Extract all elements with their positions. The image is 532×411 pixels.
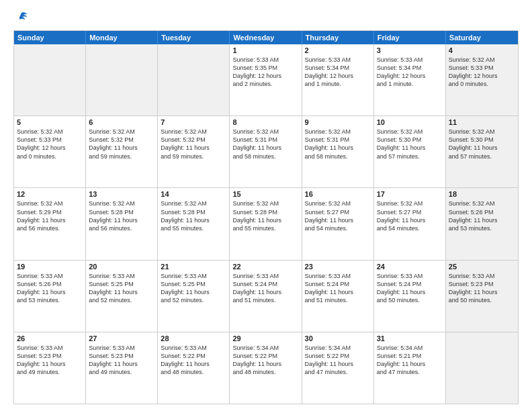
cell-text: Sunset: 5:28 PM bbox=[161, 208, 226, 216]
cell-text: Daylight: 11 hours bbox=[449, 144, 515, 152]
cell-text: and 55 minutes. bbox=[232, 224, 298, 232]
calendar-day-5: 5Sunrise: 5:32 AMSunset: 5:33 PMDaylight… bbox=[14, 116, 86, 187]
cell-text: and 47 minutes. bbox=[305, 368, 371, 376]
cell-text: Sunset: 5:26 PM bbox=[449, 208, 515, 216]
cell-text: Sunset: 5:23 PM bbox=[17, 352, 83, 360]
cell-text: and 59 minutes. bbox=[161, 152, 226, 161]
day-number: 25 bbox=[449, 263, 515, 271]
cell-text: Sunset: 5:33 PM bbox=[17, 136, 83, 144]
cell-text: Sunrise: 5:33 AM bbox=[232, 56, 298, 64]
cell-text: Daylight: 11 hours bbox=[377, 360, 443, 368]
cell-text: Sunset: 5:31 PM bbox=[305, 136, 371, 144]
cell-text: Daylight: 11 hours bbox=[305, 288, 371, 296]
cell-text: Daylight: 11 hours bbox=[377, 288, 443, 296]
cell-text: Sunrise: 5:33 AM bbox=[89, 272, 154, 280]
cell-text: Daylight: 12 hours bbox=[17, 144, 83, 152]
day-number: 21 bbox=[161, 263, 226, 271]
calendar-day-9: 9Sunrise: 5:32 AMSunset: 5:31 PMDaylight… bbox=[302, 116, 374, 187]
cell-text: Sunrise: 5:32 AM bbox=[17, 128, 83, 136]
cell-text: and 49 minutes. bbox=[17, 368, 83, 376]
logo bbox=[13, 10, 28, 24]
cell-text: and 49 minutes. bbox=[89, 368, 154, 376]
cell-text: Sunrise: 5:32 AM bbox=[161, 128, 226, 136]
cell-text: Daylight: 11 hours bbox=[449, 216, 515, 224]
calendar-empty-cell bbox=[14, 44, 86, 116]
header-day-friday: Friday bbox=[374, 31, 446, 44]
day-number: 1 bbox=[232, 46, 298, 54]
day-number: 3 bbox=[377, 46, 443, 54]
cell-text: Sunrise: 5:33 AM bbox=[89, 344, 154, 352]
day-number: 31 bbox=[377, 334, 443, 342]
day-number: 30 bbox=[305, 334, 371, 342]
calendar-day-30: 30Sunrise: 5:34 AMSunset: 5:22 PMDayligh… bbox=[302, 332, 374, 404]
cell-text: and 1 minute. bbox=[377, 80, 443, 88]
cell-text: Sunrise: 5:32 AM bbox=[305, 128, 371, 136]
cell-text: Daylight: 11 hours bbox=[17, 288, 83, 296]
cell-text: Sunrise: 5:32 AM bbox=[161, 199, 226, 208]
day-number: 4 bbox=[449, 46, 515, 54]
cell-text: and 50 minutes. bbox=[449, 296, 515, 304]
cell-text: Daylight: 11 hours bbox=[161, 360, 226, 368]
cell-text: and 57 minutes. bbox=[449, 152, 515, 161]
cell-text: Sunset: 5:30 PM bbox=[449, 136, 515, 144]
calendar-day-21: 21Sunrise: 5:33 AMSunset: 5:25 PMDayligh… bbox=[158, 261, 230, 332]
cell-text: and 52 minutes. bbox=[89, 296, 154, 304]
calendar-body: 1Sunrise: 5:33 AMSunset: 5:35 PMDaylight… bbox=[14, 44, 518, 404]
cell-text: and 48 minutes. bbox=[161, 368, 226, 376]
cell-text: Sunset: 5:22 PM bbox=[161, 352, 226, 360]
calendar-day-10: 10Sunrise: 5:32 AMSunset: 5:30 PMDayligh… bbox=[374, 116, 446, 187]
cell-text: Sunset: 5:28 PM bbox=[232, 208, 298, 216]
cell-text: Daylight: 12 hours bbox=[449, 72, 515, 80]
cell-text: Sunset: 5:22 PM bbox=[305, 352, 371, 360]
cell-text: and 52 minutes. bbox=[161, 296, 226, 304]
cell-text: Sunset: 5:25 PM bbox=[89, 280, 154, 288]
cell-text: and 58 minutes. bbox=[305, 152, 371, 161]
cell-text: Sunrise: 5:32 AM bbox=[305, 199, 371, 208]
calendar-day-18: 18Sunrise: 5:32 AMSunset: 5:26 PMDayligh… bbox=[446, 188, 518, 259]
cell-text: Sunrise: 5:32 AM bbox=[449, 128, 515, 136]
cell-text: Daylight: 12 hours bbox=[232, 72, 298, 80]
header-day-tuesday: Tuesday bbox=[158, 31, 230, 44]
cell-text: Sunrise: 5:33 AM bbox=[305, 272, 371, 280]
cell-text: Sunset: 5:24 PM bbox=[377, 280, 443, 288]
cell-text: Sunset: 5:24 PM bbox=[232, 280, 298, 288]
calendar-day-15: 15Sunrise: 5:32 AMSunset: 5:28 PMDayligh… bbox=[230, 188, 302, 259]
cell-text: Sunrise: 5:32 AM bbox=[89, 199, 154, 208]
day-number: 12 bbox=[17, 190, 83, 198]
calendar-day-19: 19Sunrise: 5:33 AMSunset: 5:26 PMDayligh… bbox=[14, 261, 86, 332]
day-number: 10 bbox=[377, 118, 443, 126]
calendar-day-16: 16Sunrise: 5:32 AMSunset: 5:27 PMDayligh… bbox=[302, 188, 374, 259]
calendar-week-2: 5Sunrise: 5:32 AMSunset: 5:33 PMDaylight… bbox=[14, 116, 518, 188]
cell-text: Sunset: 5:24 PM bbox=[305, 280, 371, 288]
day-number: 6 bbox=[89, 118, 154, 126]
cell-text: and 54 minutes. bbox=[377, 224, 443, 232]
cell-text: Sunrise: 5:32 AM bbox=[449, 56, 515, 64]
header-day-wednesday: Wednesday bbox=[230, 31, 302, 44]
cell-text: Sunset: 5:35 PM bbox=[232, 64, 298, 72]
calendar-week-3: 12Sunrise: 5:32 AMSunset: 5:29 PMDayligh… bbox=[14, 188, 518, 260]
cell-text: Sunset: 5:29 PM bbox=[17, 208, 83, 216]
cell-text: and 47 minutes. bbox=[377, 368, 443, 376]
cell-text: Daylight: 12 hours bbox=[377, 72, 443, 80]
day-number: 24 bbox=[377, 263, 443, 271]
cell-text: Daylight: 11 hours bbox=[232, 216, 298, 224]
cell-text: Daylight: 11 hours bbox=[161, 216, 226, 224]
cell-text: and 53 minutes. bbox=[17, 296, 83, 304]
cell-text: Sunset: 5:23 PM bbox=[89, 352, 154, 360]
cell-text: and 58 minutes. bbox=[232, 152, 298, 161]
cell-text: Daylight: 11 hours bbox=[305, 144, 371, 152]
cell-text: Sunrise: 5:32 AM bbox=[232, 199, 298, 208]
cell-text: Sunset: 5:26 PM bbox=[17, 280, 83, 288]
cell-text: Daylight: 11 hours bbox=[232, 144, 298, 152]
calendar-day-17: 17Sunrise: 5:32 AMSunset: 5:27 PMDayligh… bbox=[374, 188, 446, 259]
day-number: 2 bbox=[305, 46, 371, 54]
calendar-day-31: 31Sunrise: 5:34 AMSunset: 5:21 PMDayligh… bbox=[374, 332, 446, 404]
cell-text: Sunrise: 5:34 AM bbox=[305, 344, 371, 352]
calendar: SundayMondayTuesdayWednesdayThursdayFrid… bbox=[13, 30, 519, 404]
cell-text: Sunrise: 5:33 AM bbox=[377, 272, 443, 280]
day-number: 5 bbox=[17, 118, 83, 126]
cell-text: Sunrise: 5:33 AM bbox=[377, 56, 443, 64]
cell-text: Sunrise: 5:34 AM bbox=[377, 344, 443, 352]
cell-text: and 54 minutes. bbox=[305, 224, 371, 232]
cell-text: and 56 minutes. bbox=[17, 224, 83, 232]
